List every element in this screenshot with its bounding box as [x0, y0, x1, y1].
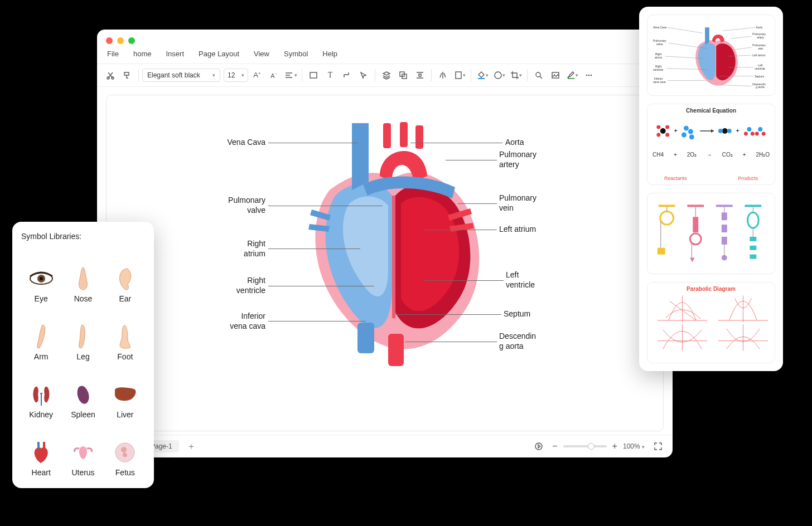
template-heart-anatomy[interactable]: Vena Cava Pulmonaryvalve Rightatrium Rig… — [647, 14, 775, 96]
menu-file[interactable]: File — [107, 50, 119, 58]
symbol-label: Fetus — [115, 468, 135, 477]
symbol-spleen[interactable]: Spleen — [63, 363, 103, 419]
layers-icon[interactable] — [379, 67, 394, 83]
menu-help[interactable]: Help — [322, 50, 337, 58]
minimize-icon[interactable] — [117, 37, 124, 44]
page-size-icon[interactable]: ▾ — [452, 67, 467, 83]
svg-point-100 — [747, 212, 758, 228]
symbol-liver[interactable]: Liver — [105, 363, 145, 419]
zoom-slider[interactable] — [563, 445, 607, 447]
distribute-icon[interactable] — [412, 67, 428, 83]
align-icon[interactable]: ▾ — [283, 67, 298, 83]
close-icon[interactable] — [106, 37, 113, 44]
symbol-label: Uterus — [71, 468, 94, 477]
svg-point-72 — [718, 129, 723, 133]
template-parabolic-diagram[interactable]: Parabolic Diagram — [647, 282, 775, 363]
menu-view[interactable]: View — [254, 50, 269, 58]
symbol-ear[interactable]: Ear — [105, 247, 145, 303]
decrease-font-icon[interactable]: A− — [266, 67, 282, 83]
symbol-eye[interactable]: Eye — [21, 247, 61, 303]
svg-text:valve: valve — [656, 43, 663, 46]
canvas[interactable]: Vena Cava Pulmonary valve Right atrium R… — [106, 95, 664, 431]
maximize-icon[interactable] — [128, 37, 135, 44]
svg-point-77 — [751, 132, 755, 136]
symbol-label: Arm — [34, 352, 49, 361]
menu-page-layout[interactable]: Page Layout — [199, 50, 239, 58]
zoom-in-icon[interactable]: + — [612, 441, 617, 451]
svg-line-49 — [734, 47, 752, 50]
font-size-select[interactable]: 12 ▾ — [224, 69, 248, 82]
heart-icon — [29, 440, 54, 465]
svg-point-80 — [762, 132, 766, 136]
symbol-label: Leg — [76, 352, 89, 361]
lead-line — [268, 143, 357, 143]
spleen-icon — [71, 382, 95, 407]
svg-point-14 — [591, 75, 592, 76]
label-vena-cava: Vena Cava — [204, 138, 265, 148]
text-tool-icon[interactable]: T — [322, 67, 338, 83]
increase-font-icon[interactable]: A+ — [249, 67, 265, 83]
menu-symbol[interactable]: Symbol — [284, 50, 308, 58]
symbol-leg[interactable]: Leg — [63, 305, 103, 361]
menu-home[interactable]: home — [133, 50, 152, 58]
image-icon[interactable] — [548, 67, 563, 83]
fill-color-icon[interactable]: ▾ — [475, 67, 490, 83]
svg-line-43 — [723, 27, 755, 31]
svg-rect-91 — [716, 204, 733, 207]
svg-rect-18 — [357, 323, 374, 353]
symbol-fetus[interactable]: Fetus — [105, 421, 145, 477]
crop-icon[interactable]: ▾ — [508, 67, 524, 83]
lead-line — [268, 249, 360, 249]
symbol-uterus[interactable]: Uterus — [63, 421, 103, 477]
symbol-label: Kidney — [29, 410, 53, 419]
menu-insert[interactable]: Insert — [166, 50, 184, 58]
presentation-icon[interactable] — [531, 439, 547, 454]
svg-rect-25 — [43, 442, 45, 449]
fullscreen-icon[interactable] — [650, 439, 666, 454]
symbol-heart[interactable]: Heart — [21, 421, 61, 477]
more-icon[interactable] — [581, 67, 597, 83]
highlighter-icon[interactable]: ▾ — [564, 67, 580, 83]
zoom-out-icon[interactable]: − — [552, 441, 557, 451]
symbol-foot[interactable]: Foot — [105, 305, 145, 361]
svg-point-67 — [688, 129, 693, 134]
fetus-icon — [113, 440, 137, 465]
search-icon[interactable] — [531, 67, 547, 83]
svg-point-26 — [115, 443, 134, 462]
pointer-tool-icon[interactable] — [356, 67, 371, 83]
connector-tool-icon[interactable] — [339, 67, 355, 83]
menu-bar: File home Insert Page Layout View Symbol… — [97, 47, 673, 64]
label-aorta: Aorta — [505, 138, 524, 148]
svg-point-97 — [722, 255, 727, 261]
chevron-down-icon: ▾ — [241, 72, 244, 78]
symbol-kidney[interactable]: Kidney — [21, 363, 61, 419]
add-page-icon[interactable]: ＋ — [187, 441, 196, 452]
svg-line-59 — [721, 85, 752, 86]
svg-text:Right: Right — [655, 53, 662, 56]
symbol-arm[interactable]: Arm — [21, 305, 61, 361]
cut-icon[interactable] — [103, 67, 118, 83]
lead-line — [410, 143, 502, 143]
format-painter-icon[interactable] — [119, 67, 135, 83]
svg-point-12 — [586, 75, 588, 76]
template-pulley-systems[interactable] — [647, 193, 775, 274]
svg-rect-16 — [400, 122, 408, 147]
uterus-icon — [71, 440, 95, 465]
svg-text:Right: Right — [655, 65, 662, 68]
svg-rect-93 — [722, 212, 727, 220]
flip-horizontal-icon[interactable] — [435, 67, 451, 83]
font-select[interactable]: Elegant soft black ▾ — [142, 69, 220, 82]
lead-line — [424, 280, 504, 281]
shape-style-icon[interactable]: ▾ — [491, 67, 507, 83]
svg-text:Descendin: Descendin — [752, 83, 766, 86]
symbol-nose[interactable]: Nose — [63, 247, 103, 303]
zoom-value[interactable]: 100% ▾ — [623, 442, 645, 450]
svg-text:Aorta: Aorta — [756, 26, 762, 29]
rectangle-tool-icon[interactable] — [306, 67, 321, 83]
template-chemical-equation[interactable]: Chemical Equation + + C — [647, 104, 775, 185]
window-controls — [97, 30, 673, 47]
lead-line — [405, 342, 497, 342]
svg-point-23 — [40, 277, 43, 280]
group-icon[interactable] — [395, 67, 411, 83]
eq-term: 2H₂O — [756, 152, 770, 158]
